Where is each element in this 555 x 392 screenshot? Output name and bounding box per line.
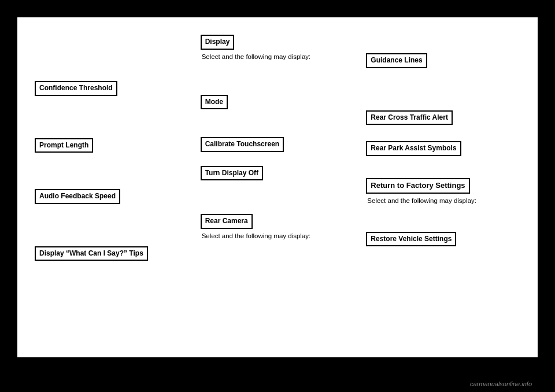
display-desc: Select and the following may display:: [201, 52, 355, 61]
spacer-3b: [366, 79, 520, 110]
restore-vehicle-settings-entry: Restore Vehicle Settings: [366, 232, 520, 247]
spacer-3a: [366, 35, 520, 53]
rear-camera-entry: Rear Camera Select and the following may…: [201, 214, 355, 241]
calibrate-touchscreen-entry: Calibrate Touchscreen: [201, 137, 355, 152]
audio-feedback-speed-label: Audio Feedback Speed: [35, 189, 120, 204]
layout: Confidence Threshold Prompt Length Audio…: [29, 29, 526, 346]
turn-display-off-label: Turn Display Off: [201, 166, 263, 181]
calibrate-touchscreen-label: Calibrate Touchscreen: [201, 137, 284, 152]
display-label: Display: [201, 35, 235, 50]
spacer-3e: [366, 216, 520, 232]
spacer-3c: [366, 135, 520, 141]
prompt-length-entry: Prompt Length: [35, 138, 189, 153]
rear-camera-desc: Select and the following may display:: [201, 231, 355, 241]
turn-display-off-entry: Turn Display Off: [201, 166, 355, 181]
restore-vehicle-settings-label: Restore Vehicle Settings: [366, 232, 456, 247]
audio-feedback-speed-entry: Audio Feedback Speed: [35, 189, 189, 204]
spacer-1c: [35, 163, 189, 189]
spacer-1d: [35, 215, 189, 246]
confidence-threshold-label: Confidence Threshold: [35, 81, 117, 96]
display-tips-entry: Display “What Can I Say?” Tips: [35, 246, 189, 261]
rear-cross-traffic-alert-entry: Rear Cross Traffic Alert: [366, 110, 520, 125]
guidance-lines-label: Guidance Lines: [366, 53, 427, 68]
mode-entry: Mode: [201, 95, 355, 110]
page-content: Confidence Threshold Prompt Length Audio…: [17, 17, 538, 357]
spacer-1b: [35, 106, 189, 138]
spacer-2d: [201, 191, 355, 214]
spacer-1a: [35, 35, 189, 81]
rear-park-assist-symbols-entry: Rear Park Assist Symbols: [366, 141, 520, 156]
spacer-2b: [201, 120, 355, 137]
prompt-length-label: Prompt Length: [35, 138, 93, 153]
rear-cross-traffic-alert-label: Rear Cross Traffic Alert: [366, 110, 453, 125]
spacer-2a: [201, 72, 355, 95]
rear-camera-label: Rear Camera: [201, 214, 253, 229]
return-to-factory-settings-label: Return to Factory Settings: [366, 178, 469, 194]
mode-label: Mode: [201, 95, 228, 110]
guidance-lines-entry: Guidance Lines: [366, 53, 520, 68]
column-2: Display Select and the following may dis…: [195, 35, 361, 340]
display-tips-label: Display “What Can I Say?” Tips: [35, 246, 148, 261]
confidence-threshold-entry: Confidence Threshold: [35, 81, 189, 96]
display-entry: Display Select and the following may dis…: [201, 35, 355, 61]
rear-park-assist-symbols-label: Rear Park Assist Symbols: [366, 141, 461, 156]
column-1: Confidence Threshold Prompt Length Audio…: [29, 35, 195, 340]
watermark: carmanualsonline.info: [470, 380, 532, 387]
column-3: Guidance Lines Rear Cross Traffic Alert …: [360, 35, 526, 340]
return-to-factory-settings-entry: Return to Factory Settings Select and th…: [366, 178, 520, 205]
spacer-3d: [366, 167, 520, 178]
return-to-factory-settings-desc: Select and the following may display:: [366, 196, 520, 205]
